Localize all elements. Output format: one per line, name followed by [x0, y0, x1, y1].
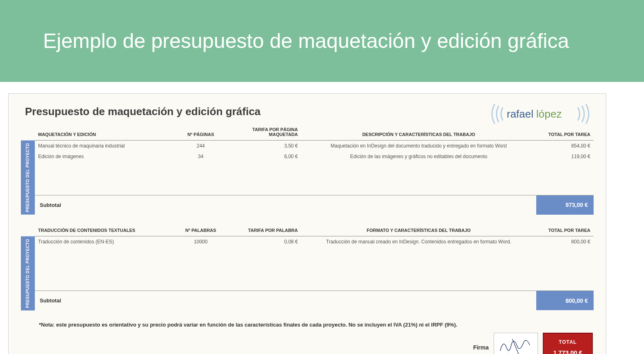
signature-box	[494, 333, 538, 354]
col-features: DESCRIPCIÓN Y CARACTERÍSTICAS DEL TRABAJ…	[301, 125, 536, 141]
section-layout-editing: PRESUPUESTO DEL PROYECTO Manual técnico …	[21, 141, 594, 215]
section-translation: PRESUPUESTO DEL PROYECTO Traducción de c…	[21, 236, 594, 311]
budget-document: rafael lópez Presupuesto de maquetación …	[8, 93, 606, 354]
cell-features: Maquetación en InDesign del documento tr…	[301, 141, 536, 151]
cell-total: 119,00 €	[536, 151, 594, 162]
col-features: FORMATO Y CARACTERÍSTICAS DEL TRABAJO	[301, 226, 536, 236]
section2-subtotal: Subtotal 800,00 €	[35, 290, 594, 310]
cell-rate: 3,50 €	[227, 141, 301, 151]
total-label: TOTAL	[559, 339, 577, 345]
disclaimer-note: *Nota: este presupuesto es orientativo y…	[39, 322, 594, 328]
subtotal-value: 973,00 €	[536, 195, 594, 215]
cell-total: 854,00 €	[536, 141, 594, 151]
cell-features: Edición de las imágenes y gráficos no ed…	[301, 151, 536, 162]
section2-table: Traducción de contenidos (EN-ES) 10000 0…	[35, 236, 594, 247]
cell-qty: 34	[174, 151, 227, 162]
grand-total-box: TOTAL 1.773,00 €	[543, 333, 593, 354]
section1-body: Manual técnico de maquinaria industrial …	[35, 141, 594, 215]
section1-table: Manual técnico de maquinaria industrial …	[35, 141, 594, 162]
signature-icon	[495, 334, 536, 354]
cell-concept: Traducción de contenidos (EN-ES)	[35, 236, 174, 247]
footer-row: Firma TOTAL 1.773,00 €	[21, 333, 594, 354]
section2-body: Traducción de contenidos (EN-ES) 10000 0…	[35, 236, 594, 311]
cell-qty: 10000	[174, 236, 227, 247]
col-qty: Nº PÁGINAS	[174, 125, 227, 141]
table-row: Traducción de contenidos (EN-ES) 10000 0…	[35, 236, 594, 247]
cell-total: 800,00 €	[536, 236, 594, 247]
section2-header-table: TRADUCCIÓN DE CONTENIDOS TEXTUALES Nº PA…	[35, 226, 594, 236]
table-row: Manual técnico de maquinaria industrial …	[35, 141, 594, 151]
banner-title: Ejemplo de presupuesto de maquetación y …	[43, 29, 569, 53]
col-concept: MAQUETACIÓN Y EDICIÓN	[35, 125, 174, 141]
document-wrapper: rafael lópez Presupuesto de maquetación …	[0, 82, 644, 354]
cell-qty: 244	[174, 141, 227, 151]
side-label: PRESUPUESTO DEL PROYECTO	[21, 141, 35, 215]
table-row: Edición de imágenes 34 6,00 € Edición de…	[35, 151, 594, 162]
side-label: PRESUPUESTO DEL PROYECTO	[21, 236, 35, 311]
section1-header-table: MAQUETACIÓN Y EDICIÓN Nº PÁGINAS TARIFA …	[35, 125, 594, 141]
col-concept: TRADUCCIÓN DE CONTENIDOS TEXTUALES	[35, 226, 174, 236]
svg-text:rafael: rafael	[507, 108, 533, 120]
subtotal-label: Subtotal	[35, 195, 536, 215]
col-qty: Nº PALABRAS	[174, 226, 227, 236]
signature-label: Firma	[473, 344, 489, 351]
svg-text:lópez: lópez	[536, 108, 562, 120]
section1-subtotal: Subtotal 973,00 €	[35, 195, 594, 215]
col-rate: TARIFA POR PÁGINA MAQUETADA	[227, 125, 301, 141]
cell-concept: Manual técnico de maquinaria industrial	[35, 141, 174, 151]
cell-rate: 0,08 €	[227, 236, 301, 247]
subtotal-label: Subtotal	[35, 291, 536, 310]
cell-features: Traducción de manual creado en InDesign.…	[301, 236, 536, 247]
total-value: 1.773,00 €	[553, 349, 583, 354]
col-total: TOTAL POR TAREA	[536, 226, 594, 236]
logo-icon: rafael lópez	[487, 102, 594, 126]
banner: Ejemplo de presupuesto de maquetación y …	[0, 0, 644, 82]
col-total: TOTAL POR TAREA	[536, 125, 594, 141]
subtotal-value: 800,00 €	[536, 291, 594, 310]
col-rate: TARIFA POR PALABRA	[227, 226, 301, 236]
cell-concept: Edición de imágenes	[35, 151, 174, 162]
brand-logo: rafael lópez	[487, 102, 594, 126]
cell-rate: 6,00 €	[227, 151, 301, 162]
